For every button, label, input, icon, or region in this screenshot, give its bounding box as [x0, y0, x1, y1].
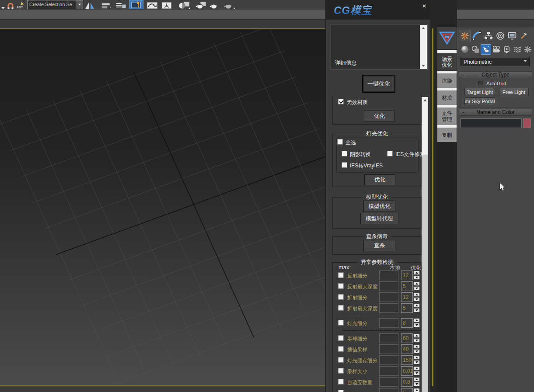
side-tab-file-manage[interactable]: 文件管理 [437, 108, 457, 125]
side-tab-render[interactable]: 渲染 [437, 73, 457, 88]
spinner-up-icon[interactable] [413, 303, 420, 308]
scroll-down-icon[interactable] [420, 62, 427, 69]
spinner-down-icon[interactable] [413, 371, 420, 375]
spinner-up-icon[interactable] [413, 271, 420, 275]
category-helpers[interactable] [502, 44, 512, 55]
schematic-view-button[interactable] [160, 0, 173, 9]
spinner-up-icon[interactable] [413, 355, 420, 360]
param-local-field[interactable] [379, 303, 398, 313]
spinner-down-icon[interactable] [413, 308, 420, 312]
rollout-name-color-header[interactable]: - Name and Color [459, 109, 532, 116]
param-optimize-value[interactable]: 5 [401, 388, 413, 392]
tab-utilities[interactable] [518, 30, 530, 42]
spinner-up-icon[interactable] [413, 292, 420, 297]
tab-modify[interactable] [471, 30, 482, 42]
param-local-field[interactable] [379, 318, 398, 328]
toolbar-flyout-arrow-icon[interactable] [0, 0, 6, 9]
param-local-field[interactable] [379, 344, 398, 354]
autogrid-checkbox[interactable] [478, 81, 483, 86]
param-checkbox[interactable] [338, 294, 344, 300]
ies-to-vray-checkbox[interactable] [342, 162, 347, 168]
param-optimize-value[interactable]: 12 [401, 271, 413, 280]
param-optimize-value[interactable]: 0.8 [401, 377, 413, 387]
rendered-frame-window-button[interactable] [207, 0, 220, 9]
free-light-button[interactable]: Free Light [499, 88, 529, 96]
rollout-object-type-header[interactable]: - Object Type [459, 71, 532, 78]
mirror-button[interactable] [83, 0, 96, 9]
named-selection-sets-icon[interactable]: ABC [16, 0, 25, 9]
category-systems[interactable] [523, 44, 533, 55]
scroll-up-icon[interactable] [420, 25, 427, 31]
category-lights[interactable] [481, 44, 491, 55]
spinner-down-icon[interactable] [413, 382, 420, 386]
snap-magnet-icon[interactable] [6, 0, 15, 9]
param-local-field[interactable] [379, 388, 398, 392]
spinner-up-icon[interactable] [413, 366, 420, 371]
model-optimize-button[interactable]: 模型优化 [363, 201, 395, 212]
shadow-convert-checkbox[interactable] [342, 151, 347, 156]
ribbon-toggle-button[interactable] [129, 0, 143, 9]
info-scrollbar[interactable] [420, 25, 427, 69]
mr-sky-portal-button[interactable]: mr Sky Portal [464, 97, 495, 105]
close-icon[interactable]: ✕ [421, 3, 428, 10]
param-optimize-value[interactable]: 8 [401, 318, 413, 328]
param-optimize-value[interactable]: 1500 [401, 355, 413, 365]
param-checkbox[interactable] [338, 320, 344, 326]
spinner-up-icon[interactable] [413, 388, 420, 392]
virus-scan-button[interactable]: 查杀 [363, 240, 395, 251]
spinner-down-icon[interactable] [413, 338, 420, 343]
side-tab-scene-optimize[interactable]: 场景优化 [437, 53, 457, 71]
tab-create[interactable] [459, 30, 471, 42]
category-cameras[interactable] [491, 44, 502, 55]
object-color-swatch[interactable] [523, 118, 531, 128]
param-local-field[interactable] [379, 333, 398, 343]
spinner-down-icon[interactable] [413, 349, 420, 354]
spinner-down-icon[interactable] [413, 297, 420, 302]
category-shapes[interactable] [470, 44, 481, 55]
spinner-up-icon[interactable] [413, 377, 420, 382]
material-optimize-button[interactable]: 优化 [364, 111, 395, 122]
spinner-down-icon[interactable] [413, 360, 420, 364]
param-checkbox[interactable] [338, 305, 344, 311]
curve-editor-button[interactable] [145, 0, 159, 9]
one-click-optimize-button[interactable]: 一键优化 [363, 75, 395, 92]
scroll-up-icon[interactable] [422, 97, 428, 104]
plugin-titlebar[interactable]: CG模宝 ✕ [326, 0, 430, 20]
combobox-dropdown-arrow[interactable] [76, 0, 83, 9]
model-to-proxy-button[interactable]: 模型转代理 [360, 213, 398, 224]
param-optimize-value[interactable]: 0.01 [401, 366, 413, 376]
render-setup-button[interactable] [194, 0, 207, 9]
param-local-field[interactable] [379, 292, 398, 302]
param-checkbox[interactable] [338, 390, 344, 392]
side-tab-material[interactable]: 材质 [437, 90, 457, 105]
param-checkbox[interactable] [338, 368, 344, 374]
spinner-up-icon[interactable] [413, 318, 420, 323]
plugin-logo-tile[interactable]: CG [437, 27, 457, 49]
plugin-scrollbar[interactable] [422, 97, 428, 392]
spinner-up-icon[interactable] [413, 281, 420, 286]
tab-display[interactable] [506, 30, 518, 42]
selection-set-combobox[interactable]: Create Selection Se [27, 0, 83, 9]
param-checkbox[interactable] [338, 379, 344, 385]
align-button[interactable] [100, 0, 113, 9]
param-local-field[interactable] [379, 366, 398, 376]
spinner-up-icon[interactable] [413, 333, 420, 338]
ies-fix-checkbox[interactable] [387, 151, 393, 156]
material-editor-button[interactable] [176, 0, 192, 9]
spinner-down-icon[interactable] [413, 275, 420, 280]
param-local-field[interactable] [379, 377, 398, 387]
param-optimize-value[interactable]: 12 [401, 292, 413, 302]
param-optimize-value[interactable]: 5 [401, 303, 413, 313]
tab-hierarchy[interactable] [482, 30, 494, 42]
param-local-field[interactable] [379, 281, 398, 291]
spinner-down-icon[interactable] [413, 286, 420, 291]
scrollbar-thumb[interactable] [422, 155, 428, 392]
spinner-up-icon[interactable] [413, 344, 420, 349]
param-optimize-value[interactable]: 40 [401, 344, 413, 354]
tab-motion[interactable] [494, 30, 506, 42]
category-geometry[interactable] [460, 44, 470, 55]
info-textbox[interactable]: 详细信息 [331, 24, 428, 70]
render-production-button[interactable] [221, 0, 236, 9]
side-tab-copy[interactable]: 复制 [437, 128, 457, 142]
param-checkbox[interactable] [338, 272, 344, 278]
